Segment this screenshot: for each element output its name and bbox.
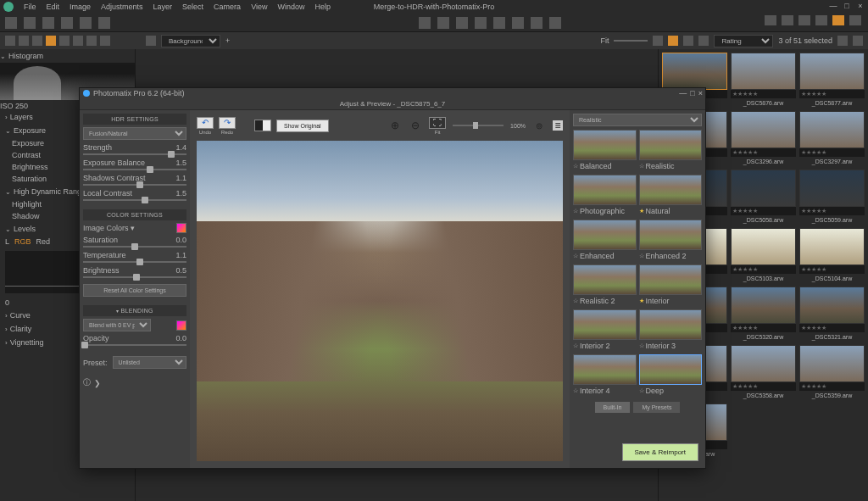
tool-6-icon[interactable] bbox=[73, 36, 83, 46]
preset-interior-2[interactable]: ☆Interior 2 bbox=[573, 309, 637, 352]
dialog-titlebar[interactable]: Photomatix Pro 6.2 (64-bit) —□× bbox=[80, 88, 705, 98]
tool-8-icon[interactable] bbox=[100, 36, 110, 46]
warning-icon[interactable] bbox=[798, 15, 810, 25]
redo-button[interactable]: ↷Redo bbox=[219, 117, 236, 135]
glasses-icon[interactable] bbox=[815, 15, 827, 25]
tool-2-icon[interactable] bbox=[19, 36, 29, 46]
paint-icon[interactable] bbox=[493, 17, 505, 29]
brush-icon[interactable] bbox=[456, 17, 468, 29]
selection-icon[interactable] bbox=[549, 17, 561, 29]
method-select[interactable]: Fusion/Natural bbox=[83, 127, 186, 140]
preset-realistic-2[interactable]: ☆Realistic 2 bbox=[573, 264, 637, 307]
grid-view-icon[interactable] bbox=[668, 36, 678, 46]
preset-balanced[interactable]: ☆Balanced bbox=[573, 130, 637, 172]
split-view-icon[interactable] bbox=[254, 120, 271, 131]
color-swatch[interactable] bbox=[176, 223, 186, 233]
star-icon[interactable]: ☆ bbox=[639, 253, 644, 259]
star-icon[interactable]: ☆ bbox=[573, 298, 578, 304]
maximize-icon[interactable]: □ bbox=[843, 2, 851, 10]
reset-colors-button[interactable]: Reset All Color Settings bbox=[83, 284, 186, 297]
star-icon[interactable]: ☆ bbox=[639, 387, 644, 394]
thumb-_DSC5104.arw[interactable]: ★★★★★_DSC5104.arw bbox=[799, 228, 865, 283]
opacity-slider[interactable] bbox=[83, 344, 186, 346]
add-layer-icon[interactable]: + bbox=[225, 36, 230, 45]
zoom-out-icon[interactable]: ⊖ bbox=[409, 119, 422, 132]
image-colors-label[interactable]: Image Colors ▾ bbox=[83, 224, 135, 232]
zoom-in-icon[interactable]: ⊕ bbox=[388, 119, 402, 132]
preset-category-select[interactable]: Realistic bbox=[573, 114, 702, 126]
tab-mypresets[interactable]: My Presets bbox=[633, 402, 680, 413]
undo-icon[interactable] bbox=[61, 17, 73, 29]
tab-builtin[interactable]: Built-In bbox=[595, 402, 631, 413]
tool-7-icon[interactable] bbox=[86, 36, 97, 46]
preset-select[interactable]: Unlisted bbox=[113, 356, 186, 369]
star-icon[interactable]: ★ bbox=[639, 208, 644, 214]
menu-image[interactable]: Image bbox=[70, 3, 91, 11]
mask-icon[interactable] bbox=[531, 17, 542, 29]
tool-1-icon[interactable] bbox=[5, 36, 15, 46]
loupe-icon[interactable]: ⊚ bbox=[532, 119, 546, 132]
preset-interior-4[interactable]: ☆Interior 4 bbox=[573, 354, 637, 397]
menu-help[interactable]: Help bbox=[315, 3, 331, 11]
thumb-_DSC5876.arw[interactable]: ★★★★★_DSC5876.arw bbox=[731, 53, 796, 108]
list-view-icon[interactable] bbox=[683, 36, 693, 46]
menu-file[interactable]: File bbox=[24, 3, 36, 11]
detail-view-icon[interactable] bbox=[698, 36, 709, 46]
crop-icon[interactable] bbox=[419, 17, 431, 29]
preset-deep[interactable]: ☆Deep bbox=[639, 354, 703, 397]
exposure-balance-slider[interactable] bbox=[83, 169, 186, 170]
dialog-min-icon[interactable]: — bbox=[679, 89, 687, 97]
search-icon[interactable] bbox=[653, 36, 663, 46]
folder-icon[interactable] bbox=[832, 15, 844, 25]
preset-natural[interactable]: ★Natural bbox=[639, 175, 703, 217]
rotate-icon[interactable] bbox=[437, 17, 449, 29]
redo-icon[interactable] bbox=[80, 17, 92, 29]
layout-icon[interactable] bbox=[849, 15, 861, 25]
scissors-icon[interactable] bbox=[42, 17, 54, 29]
menu-select[interactable]: Select bbox=[182, 3, 203, 11]
minimize-icon[interactable]: — bbox=[829, 2, 837, 10]
text-icon[interactable] bbox=[98, 17, 110, 29]
tab-rgb[interactable]: RGB bbox=[14, 237, 31, 246]
star-icon[interactable]: ☆ bbox=[639, 163, 644, 170]
preset-interior[interactable]: ★Interior bbox=[639, 264, 703, 307]
histogram-header[interactable]: Histogram bbox=[0, 49, 135, 63]
temperature-slider[interactable] bbox=[83, 261, 186, 263]
layers-icon[interactable] bbox=[146, 36, 156, 46]
menu-layer[interactable]: Layer bbox=[153, 3, 173, 11]
star-icon[interactable]: ☆ bbox=[573, 163, 578, 170]
menu-edit[interactable]: Edit bbox=[47, 3, 60, 11]
save-reimport-button[interactable]: Save & Reimport bbox=[622, 443, 698, 461]
save-icon[interactable] bbox=[24, 17, 36, 29]
saturation-slider[interactable] bbox=[83, 246, 186, 248]
show-original-button[interactable]: Show Original bbox=[276, 120, 329, 132]
local-contrast-slider[interactable] bbox=[83, 199, 186, 201]
thumb-_DSC5877.arw[interactable]: ★★★★★_DSC5877.arw bbox=[799, 53, 865, 108]
thumb-_DSC3297.arw[interactable]: ★★★★★_DSC3297.arw bbox=[799, 111, 865, 166]
help-icon[interactable]: ⓘ bbox=[83, 377, 91, 388]
thumb-_DSC5359.arw[interactable]: ★★★★★_DSC5359.arw bbox=[799, 345, 865, 400]
tool-4-icon[interactable] bbox=[46, 36, 56, 46]
thumb-_DSC5321.arw[interactable]: ★★★★★_DSC5321.arw bbox=[799, 287, 865, 342]
thumb-_DSC5059.arw[interactable]: ★★★★★_DSC5059.arw bbox=[799, 170, 865, 225]
star-icon[interactable]: ☆ bbox=[639, 342, 644, 349]
shadows-contrast-slider[interactable] bbox=[83, 184, 186, 186]
preset-interior-3[interactable]: ☆Interior 3 bbox=[639, 309, 703, 352]
menu-window[interactable]: Window bbox=[277, 3, 304, 11]
open-icon[interactable] bbox=[5, 17, 17, 29]
fit-button[interactable]: ⛶Fit bbox=[429, 117, 446, 135]
dialog-max-icon[interactable]: □ bbox=[690, 89, 694, 97]
preset-enhanced-2[interactable]: ☆Enhanced 2 bbox=[639, 220, 703, 262]
thumb-_DSC5058.arw[interactable]: ★★★★★_DSC5058.arw bbox=[731, 170, 796, 225]
blending-header[interactable]: BLENDING bbox=[83, 305, 186, 316]
expand-icon[interactable]: ❯ bbox=[94, 379, 101, 387]
menu-camera[interactable]: Camera bbox=[214, 3, 241, 11]
thumb-_DSC5103.arw[interactable]: ★★★★★_DSC5103.arw bbox=[731, 228, 796, 283]
dialog-close-icon[interactable]: × bbox=[698, 89, 703, 97]
preset-enhanced[interactable]: ☆Enhanced bbox=[573, 220, 637, 262]
panel-toggle-1-icon[interactable] bbox=[765, 15, 776, 25]
wb-icon[interactable] bbox=[475, 17, 487, 29]
tool-5-icon[interactable] bbox=[59, 36, 70, 46]
star-icon[interactable]: ☆ bbox=[573, 342, 578, 349]
thumb-_DSC5358.arw[interactable]: ★★★★★_DSC5358.arw bbox=[731, 345, 796, 400]
